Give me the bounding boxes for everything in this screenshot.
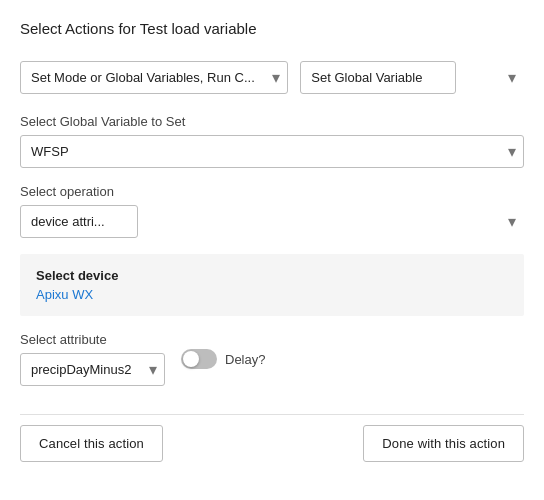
global-variable-group: Select Global Variable to Set WFSP ▾ — [20, 114, 524, 168]
operation-select[interactable]: device attri... — [20, 205, 138, 238]
device-box-label: Select device — [36, 268, 508, 283]
attribute-delay-row: Select attribute precipDayMinus2 ▾ Delay… — [20, 332, 524, 386]
global-variable-select-wrapper: WFSP ▾ — [20, 135, 524, 168]
global-variable-select[interactable]: WFSP — [20, 135, 524, 168]
delay-label: Delay? — [225, 352, 265, 367]
cancel-button[interactable]: Cancel this action — [20, 425, 163, 462]
footer-buttons: Cancel this action Done with this action — [20, 414, 524, 462]
page-title: Select Actions for Test load variable — [20, 20, 524, 37]
attribute-label: Select attribute — [20, 332, 165, 347]
category-action-row: Set Mode or Global Variables, Run C... ▾… — [20, 61, 524, 94]
action-select-wrapper: Set Global Variable ▾ — [300, 61, 524, 94]
category-select-wrapper: Set Mode or Global Variables, Run C... ▾ — [20, 61, 288, 94]
device-box: Select device Apixu WX — [20, 254, 524, 316]
delay-toggle[interactable] — [181, 349, 217, 369]
attribute-select[interactable]: precipDayMinus2 — [20, 353, 165, 386]
toggle-thumb — [183, 351, 199, 367]
device-value-link[interactable]: Apixu WX — [36, 287, 508, 302]
action-chevron-icon: ▾ — [508, 68, 516, 87]
attribute-select-wrapper: precipDayMinus2 ▾ — [20, 353, 165, 386]
operation-select-wrapper: device attri... ▾ — [20, 205, 524, 238]
global-variable-label: Select Global Variable to Set — [20, 114, 524, 129]
done-button[interactable]: Done with this action — [363, 425, 524, 462]
category-select[interactable]: Set Mode or Global Variables, Run C... — [20, 61, 288, 94]
operation-group: Select operation device attri... ▾ — [20, 184, 524, 238]
toggle-track — [181, 349, 217, 369]
operation-chevron-icon: ▾ — [508, 212, 516, 231]
operation-label: Select operation — [20, 184, 524, 199]
action-select[interactable]: Set Global Variable — [300, 61, 456, 94]
delay-group: Delay? — [181, 349, 265, 369]
attribute-group: Select attribute precipDayMinus2 ▾ — [20, 332, 165, 386]
